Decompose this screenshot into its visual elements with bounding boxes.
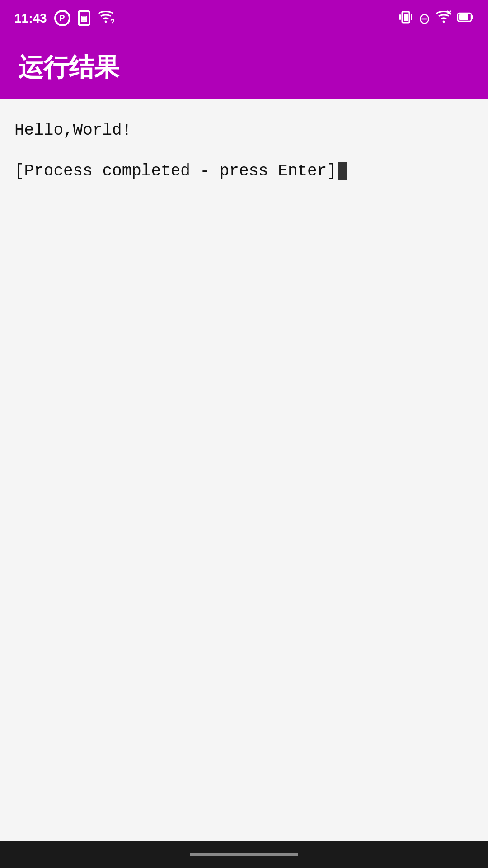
output-line-1: Hello,World! bbox=[14, 118, 474, 144]
vibrate-icon bbox=[399, 9, 413, 27]
app-icon-1: P bbox=[54, 10, 70, 26]
battery-icon bbox=[457, 11, 474, 25]
svg-rect-11 bbox=[459, 14, 468, 19]
wifi-off-icon bbox=[436, 9, 452, 27]
app-bar-title: 运行结果 bbox=[18, 51, 119, 85]
status-bar-right: ⊖ bbox=[399, 9, 474, 27]
svg-point-0 bbox=[104, 20, 107, 23]
bottom-bar bbox=[0, 841, 488, 868]
output-line-2: [Process completed - press Enter] bbox=[14, 158, 474, 184]
svg-text:?: ? bbox=[110, 18, 114, 24]
content-area: Hello,World! [Process completed - press … bbox=[0, 99, 488, 841]
status-time: 11:43 bbox=[14, 11, 47, 25]
process-completed-text: [Process completed - press Enter] bbox=[14, 162, 337, 180]
status-bar: 11:43 P ▣ ? ⊖ bbox=[0, 0, 488, 36]
svg-rect-3 bbox=[404, 13, 408, 20]
wifi-question-icon: ? bbox=[98, 9, 114, 27]
app-icon-2: ▣ bbox=[78, 10, 90, 26]
svg-rect-4 bbox=[399, 14, 401, 19]
status-bar-left: 11:43 P ▣ ? bbox=[14, 9, 114, 27]
svg-rect-10 bbox=[471, 15, 473, 19]
svg-rect-5 bbox=[411, 14, 412, 19]
app-bar: 运行结果 bbox=[0, 36, 488, 99]
cursor bbox=[338, 162, 347, 180]
bottom-indicator bbox=[190, 853, 298, 856]
dnd-icon: ⊖ bbox=[418, 9, 430, 27]
svg-point-6 bbox=[443, 20, 445, 23]
